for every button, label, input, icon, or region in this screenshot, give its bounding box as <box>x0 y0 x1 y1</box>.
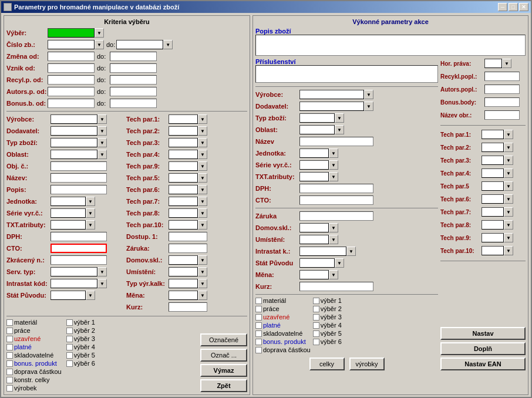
kurz-left-input[interactable] <box>169 302 207 312</box>
rt-par4-arrow[interactable]: ▼ <box>504 168 513 178</box>
domov-skl-arrow[interactable]: ▼ <box>198 255 207 265</box>
maximize-button[interactable]: □ <box>509 3 518 11</box>
hor-prava-arrow[interactable]: ▼ <box>502 59 511 68</box>
r-intrastat-input[interactable] <box>299 247 346 256</box>
rt-par5-input[interactable] <box>482 181 504 191</box>
rt-par3-arrow[interactable]: ▼ <box>504 156 513 165</box>
prislusenstvi-textarea[interactable] <box>255 65 438 83</box>
rt-par5-arrow[interactable]: ▼ <box>504 181 513 191</box>
vyber-dropdown-arrow[interactable]: ▼ <box>95 28 104 38</box>
zkraceny-input[interactable] <box>50 255 107 265</box>
r-txt-arrow[interactable]: ▼ <box>329 172 338 181</box>
recylp-od-input[interactable] <box>48 75 95 85</box>
oznacene-button[interactable]: Označené <box>200 333 247 346</box>
dodavatel-arrow[interactable]: ▼ <box>97 126 107 136</box>
r-stat-arrow[interactable]: ▼ <box>335 258 344 268</box>
zmena-od-input[interactable] <box>48 52 95 61</box>
rt-par4-input[interactable] <box>482 168 504 178</box>
nazev-obr-input[interactable] <box>484 110 520 120</box>
r-material-checkbox[interactable] <box>255 298 262 304</box>
intrastat-input[interactable] <box>50 279 97 288</box>
cislo-zb-arrow[interactable]: ▼ <box>95 40 104 49</box>
popis-zbozi-textarea[interactable] <box>255 35 526 56</box>
rt-par10-input[interactable] <box>482 246 504 255</box>
mena-left-input[interactable] <box>169 291 198 300</box>
cto-input[interactable] <box>50 244 107 253</box>
recykl-input[interactable] <box>484 72 520 81</box>
tech-par8-arrow[interactable]: ▼ <box>198 208 207 218</box>
hor-prava-input[interactable] <box>484 59 502 68</box>
r-oblast-input[interactable] <box>299 125 335 134</box>
r-platne-checkbox[interactable] <box>255 322 262 329</box>
tech-par5-arrow[interactable]: ▼ <box>198 173 207 183</box>
r-prace-checkbox[interactable] <box>255 306 262 312</box>
rt-par6-input[interactable] <box>482 194 504 204</box>
domov-skl-input[interactable] <box>169 255 198 265</box>
vyrobce-arrow[interactable]: ▼ <box>97 114 107 124</box>
jednotka-input[interactable] <box>50 197 86 206</box>
r-vyber5-checkbox[interactable] <box>313 330 319 337</box>
minimize-button[interactable]: ─ <box>498 3 507 11</box>
tech-par2-arrow[interactable]: ▼ <box>198 126 207 136</box>
recylp-od-do-input[interactable] <box>110 75 157 85</box>
dph-input[interactable] <box>50 232 107 241</box>
cislo-zb-do-input[interactable] <box>116 40 163 49</box>
vyber1-checkbox[interactable] <box>66 319 73 326</box>
tech-par4-arrow[interactable]: ▼ <box>198 150 207 159</box>
r-nazev-input[interactable] <box>299 137 373 146</box>
konstr-checkbox[interactable] <box>6 377 13 383</box>
r-umisteni-arrow[interactable]: ▼ <box>329 235 338 244</box>
r-dodavatel-arrow[interactable]: ▼ <box>364 102 373 111</box>
uzavrene-checkbox[interactable] <box>6 336 13 342</box>
intrastat-arrow[interactable]: ▼ <box>97 279 107 288</box>
vyrobce-input[interactable] <box>50 114 97 124</box>
vyber3-checkbox[interactable] <box>66 336 73 342</box>
r-vyber2-checkbox[interactable] <box>313 306 319 312</box>
close-button[interactable]: ✕ <box>519 3 528 11</box>
r-umisteni-input[interactable] <box>299 235 329 244</box>
r-skladovatelne-checkbox[interactable] <box>255 330 262 337</box>
r-domov-input[interactable] <box>299 223 329 232</box>
r-typ-zbozi-input[interactable] <box>299 113 335 123</box>
rt-par8-input[interactable] <box>482 220 504 230</box>
obj-c-input[interactable] <box>50 161 107 171</box>
r-serie-input[interactable] <box>299 160 329 170</box>
r-jednotka-input[interactable] <box>299 149 329 158</box>
typ-vyr-input[interactable] <box>169 279 198 288</box>
typ-zbozi-input[interactable] <box>50 138 97 147</box>
rt-par9-arrow[interactable]: ▼ <box>504 233 513 242</box>
jednotka-arrow[interactable]: ▼ <box>86 197 95 206</box>
dostup1-input[interactable] <box>169 232 207 241</box>
rt-par7-arrow[interactable]: ▼ <box>504 207 513 217</box>
serie-vyr-arrow[interactable]: ▼ <box>86 208 95 218</box>
tech-par3-arrow[interactable]: ▼ <box>198 138 207 147</box>
rt-par1-input[interactable] <box>482 130 504 139</box>
vyber5-checkbox[interactable] <box>66 352 73 359</box>
rt-par3-input[interactable] <box>482 156 504 165</box>
tech-par5-input[interactable] <box>169 173 198 183</box>
nazev-input[interactable] <box>50 173 107 183</box>
r-zaruka-input[interactable] <box>299 211 373 221</box>
umisteni-arrow[interactable]: ▼ <box>198 267 207 276</box>
zpet-button[interactable]: Zpět <box>200 379 247 392</box>
tech-par2-input[interactable] <box>169 126 198 136</box>
nastav-ean-button[interactable]: Nastav EAN <box>440 357 526 370</box>
skladovatelne-checkbox[interactable] <box>6 352 13 359</box>
dodavatel-input[interactable] <box>50 126 97 136</box>
rt-par6-arrow[interactable]: ▼ <box>504 194 513 204</box>
prace-checkbox[interactable] <box>6 328 13 334</box>
bonus-produkt-checkbox[interactable] <box>6 360 13 367</box>
tech-par6-input[interactable] <box>169 185 198 194</box>
doplni-button[interactable]: Doplň <box>440 342 526 355</box>
vznik-od-do-input[interactable] <box>110 63 157 73</box>
r-vyrobce-arrow[interactable]: ▼ <box>364 90 373 99</box>
oznac-button[interactable]: Označ ... <box>200 349 247 362</box>
r-mena-arrow[interactable]: ▼ <box>329 270 338 279</box>
umisteni-input[interactable] <box>169 267 198 276</box>
popis-input[interactable] <box>50 185 107 194</box>
vyrobky-button[interactable]: výrobky <box>349 357 385 370</box>
r-cto-input[interactable] <box>299 195 373 205</box>
r-vyber1-checkbox[interactable] <box>313 298 319 304</box>
serv-typ-arrow[interactable]: ▼ <box>97 267 107 276</box>
tech-par9-arrow[interactable]: ▼ <box>198 161 207 171</box>
